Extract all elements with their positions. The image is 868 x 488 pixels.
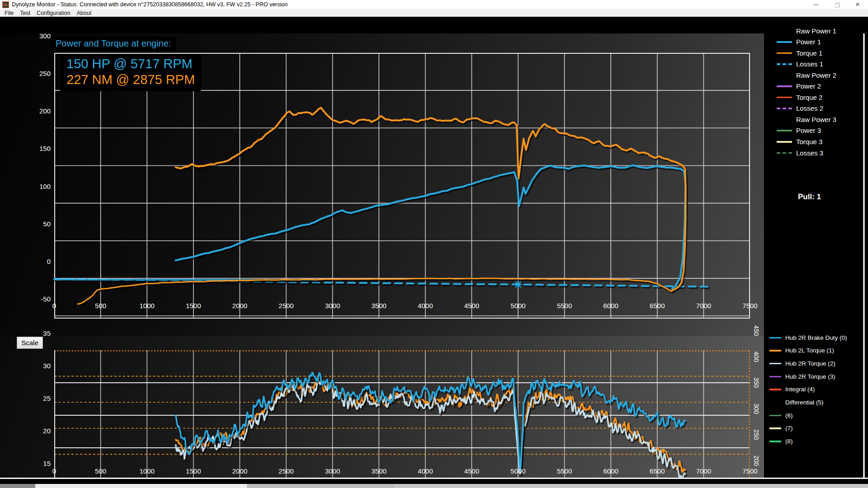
dynolyze-monitor-window: DL Dynolyze Monitor - Status: Connected …	[0, 0, 868, 488]
solid-line-icon	[777, 85, 792, 87]
restore-icon	[835, 3, 839, 7]
legend-swatch-empty	[777, 114, 792, 125]
top-chart-y-tick: 250	[26, 70, 51, 78]
menu-item-configuration[interactable]: Configuration	[33, 10, 73, 16]
bottom-chart-left-tick: 15	[26, 460, 51, 468]
legend-swatch-empty	[777, 25, 792, 36]
bottom-chart-right-tick: 300	[752, 404, 761, 422]
bottom-chart-x-tick: 4500	[458, 467, 485, 475]
solid-line-icon	[769, 389, 781, 390]
minimize-icon	[814, 5, 818, 5]
window-title: Dynolyze Monitor - Status: Connected wit…	[12, 1, 288, 8]
solid-line-icon	[777, 97, 792, 99]
legend-top-raw-power-1: Raw Power 1	[777, 25, 836, 36]
legend-bottom-integral-4-: Integral (4)	[769, 384, 815, 395]
bottom-chart-right-tick: 250	[752, 429, 761, 447]
legend-line-swatch	[777, 92, 792, 103]
bottom-black-strip	[0, 479, 868, 484]
app-icon: DL	[2, 1, 9, 8]
menu-item-file[interactable]: File	[1, 10, 17, 16]
peak-torque-readout: 227 NM @ 2875 RPM	[66, 72, 195, 88]
legend-label: Raw Power 2	[796, 71, 836, 79]
legend-label: Raw Power 3	[796, 116, 836, 123]
solid-line-icon	[769, 363, 781, 365]
solid-line-icon	[777, 141, 792, 143]
bottom-chart-x-tick: 2500	[273, 467, 300, 475]
restore-button[interactable]	[826, 0, 847, 9]
bottom-chart-x-tick: 7500	[736, 467, 764, 475]
legend-top-power-3: Power 3	[777, 125, 821, 136]
legend-line-swatch	[777, 81, 792, 92]
bottom-chart-left-tick: 35	[26, 329, 51, 338]
bottom-chart-x-tick: 4000	[412, 467, 439, 475]
bottom-chart-x-tick: 500	[87, 467, 114, 475]
legend-line-swatch	[777, 47, 792, 58]
taskbar-segment	[247, 484, 394, 488]
legend-bottom-differential-5-: Differential (5)	[769, 397, 824, 408]
bottom-chart-x-tick: 5000	[505, 467, 532, 475]
solid-line-icon	[769, 350, 781, 352]
legend-label: Differential (5)	[785, 399, 824, 406]
legend-label: Raw Power 1	[796, 27, 836, 35]
pull-counter: Pull: 1	[794, 192, 825, 202]
legend-top-power-1: Power 1	[777, 37, 821, 47]
legend-bottom--7-: (7)	[769, 423, 793, 434]
solid-line-icon	[777, 41, 792, 43]
close-button[interactable]: ✕	[847, 0, 868, 9]
legend-top-power-2: Power 2	[777, 81, 821, 92]
window-right-edge	[863, 33, 865, 488]
solid-line-icon	[769, 337, 781, 339]
top-chart-x-tick: 6500	[644, 302, 671, 310]
top-chart-x-tick: 6000	[597, 302, 624, 310]
top-chart-x-tick: 3000	[319, 302, 346, 310]
solid-line-icon	[777, 52, 792, 54]
legend-label: Power 3	[796, 127, 821, 134]
taskbar-sliver[interactable]	[0, 484, 868, 488]
bottom-chart-left-tick: 30	[26, 362, 51, 370]
legend-line-swatch	[769, 345, 781, 356]
menu-item-about[interactable]: About	[73, 10, 94, 16]
top-chart-x-tick: 500	[87, 302, 114, 310]
sensor-plot-area[interactable]	[54, 350, 750, 480]
legend-bottom-hub-2r-torque-3-: Hub 2R Torque (3)	[769, 371, 835, 382]
legend-line-swatch	[769, 384, 781, 395]
bottom-chart-x-tick: 6000	[597, 467, 624, 475]
bottom-chart-right-tick: 350	[752, 377, 761, 395]
power-torque-plot-area[interactable]	[54, 53, 750, 319]
minimize-button[interactable]	[806, 0, 826, 9]
dashed-line-icon	[777, 108, 792, 109]
top-chart-x-tick: 5500	[551, 302, 578, 310]
top-chart-x-tick: 5000	[505, 302, 532, 310]
legend-label: Hub 2R Brake Duty (0)	[785, 334, 847, 341]
scale-button[interactable]: Scale	[17, 337, 43, 349]
chart-title: Power and Torque at engine:	[50, 37, 176, 51]
top-chart-y-tick: 150	[26, 145, 51, 153]
bottom-chart-x-tick: 3500	[365, 467, 392, 475]
series-Power 1	[176, 165, 686, 289]
legend-top-torque-2: Torque 2	[777, 92, 822, 103]
top-chart-x-tick: 1000	[133, 302, 160, 310]
legend-label: Integral (4)	[785, 386, 815, 393]
legend-bottom-hub-2r-brake-duty-0-: Hub 2R Brake Duty (0)	[769, 332, 847, 343]
legend-top-losses-1: Losses 1	[777, 59, 823, 70]
legend-label: Hub 2R Torque (2)	[785, 360, 835, 367]
legend-top-losses-2: Losses 2	[777, 103, 823, 114]
window-controls: ✕	[806, 0, 868, 9]
dashed-line-icon	[777, 152, 792, 154]
legend-line-swatch	[777, 125, 792, 136]
legend-label: (8)	[785, 438, 793, 445]
legend-line-swatch	[777, 136, 792, 147]
series-shadow-Power 1	[177, 167, 687, 290]
top-chart-x-tick: 1500	[180, 302, 207, 310]
legend-line-swatch	[769, 371, 781, 382]
legend-line-swatch	[777, 37, 792, 47]
cursor-star-marker	[514, 281, 522, 288]
legend-label: Losses 3	[796, 149, 823, 157]
series-shadow-Torque 1	[177, 109, 687, 292]
solid-line-icon	[769, 415, 781, 417]
legend-top-losses-3: Losses 3	[777, 147, 823, 158]
legend-line-swatch	[777, 147, 792, 158]
menu-item-test[interactable]: Test	[17, 10, 33, 16]
bottom-chart-x-tick: 0	[41, 467, 68, 475]
solid-line-icon	[769, 427, 781, 429]
